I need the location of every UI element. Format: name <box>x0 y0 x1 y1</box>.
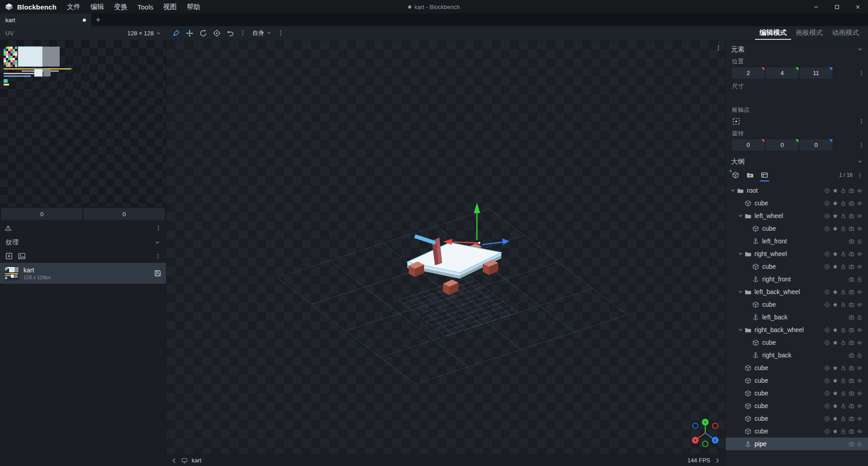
camera-icon[interactable] <box>849 340 854 346</box>
camera-icon[interactable] <box>849 403 854 409</box>
add-group-button[interactable] <box>745 170 755 180</box>
create-texture-icon[interactable] <box>18 252 26 260</box>
lock-icon[interactable] <box>840 264 846 270</box>
mode-tab-edit[interactable]: 编辑模式 <box>755 26 791 40</box>
import-texture-icon[interactable] <box>5 252 13 260</box>
viewport-menu-dots-icon[interactable] <box>715 45 722 51</box>
position-menu-dots-icon[interactable] <box>859 70 864 76</box>
camera-icon[interactable] <box>849 365 854 371</box>
chevron-down-icon[interactable] <box>730 188 736 193</box>
eye-icon[interactable] <box>857 264 863 270</box>
rotation-y-input[interactable]: 0 <box>766 139 798 151</box>
outliner-row-cube[interactable]: cube <box>726 336 868 349</box>
circle-x-icon[interactable] <box>824 200 830 206</box>
toolbar-menu-dots-icon[interactable] <box>240 30 246 36</box>
menu-edit[interactable]: 编辑 <box>85 0 109 14</box>
pivot-tool-button[interactable] <box>211 27 222 39</box>
outline-section-header[interactable]: 大纲 <box>726 154 868 169</box>
position-y-input[interactable]: 4 <box>766 67 798 79</box>
circle-x-icon[interactable] <box>824 390 830 396</box>
menu-view[interactable]: 视图 <box>158 0 182 14</box>
chevron-left-icon[interactable] <box>171 457 177 464</box>
star-icon[interactable] <box>832 340 838 346</box>
outliner-row-cube[interactable]: cube <box>726 399 868 412</box>
camera-icon[interactable] <box>849 378 854 384</box>
texture-item-kart[interactable]: kart 128 x 128px <box>0 263 166 284</box>
new-tab-button[interactable]: + <box>91 14 105 26</box>
uv-coord-x-input[interactable]: 0 <box>1 208 82 220</box>
eye-icon[interactable] <box>857 378 863 384</box>
star-icon[interactable] <box>832 390 838 396</box>
eye-icon[interactable] <box>857 226 863 232</box>
outliner-row-left_front[interactable]: left_front <box>726 235 868 247</box>
outliner-row-cube[interactable]: cube <box>726 361 868 374</box>
eye-icon[interactable] <box>857 302 863 308</box>
star-icon[interactable] <box>832 428 838 434</box>
camera-icon[interactable] <box>849 289 854 295</box>
rotate-tool-button[interactable] <box>197 27 209 39</box>
mode-tab-paint[interactable]: 画板模式 <box>791 26 827 40</box>
circle-x-icon[interactable] <box>824 378 830 384</box>
circle-x-icon[interactable] <box>824 188 830 194</box>
camera-icon[interactable] <box>849 441 854 447</box>
eye-icon[interactable] <box>857 416 863 422</box>
circle-x-icon[interactable] <box>824 226 830 232</box>
lock-icon[interactable] <box>840 200 846 206</box>
star-icon[interactable] <box>832 251 838 257</box>
circle-x-icon[interactable] <box>824 327 830 333</box>
camera-icon[interactable] <box>849 276 854 282</box>
outliner-row-cube[interactable]: cube <box>726 425 868 437</box>
chevron-down-icon[interactable] <box>738 289 743 295</box>
chevron-right-icon[interactable] <box>714 457 721 464</box>
camera-icon[interactable] <box>849 238 854 244</box>
tab-kart[interactable]: kart <box>0 14 91 26</box>
camera-icon[interactable] <box>849 188 854 194</box>
camera-view-icon[interactable] <box>181 457 188 464</box>
outliner-row-cube[interactable]: cube <box>726 412 868 425</box>
camera-icon[interactable] <box>849 200 854 206</box>
outliner-row-right_front[interactable]: right_front <box>726 273 868 285</box>
lock-icon[interactable] <box>840 289 846 295</box>
lock-icon[interactable] <box>840 428 846 434</box>
camera-icon[interactable] <box>849 314 854 320</box>
circle-x-icon[interactable] <box>824 302 830 308</box>
menu-transform[interactable]: 变换 <box>109 0 132 14</box>
position-x-input[interactable]: 2 <box>732 67 764 79</box>
save-texture-icon[interactable] <box>154 270 161 277</box>
camera-icon[interactable] <box>849 327 854 333</box>
sculpt-triangle-icon[interactable] <box>5 224 12 232</box>
lock-icon[interactable] <box>857 441 863 447</box>
rotation-x-input[interactable]: 0 <box>732 139 764 151</box>
star-icon[interactable] <box>832 302 838 308</box>
outliner-row-cube[interactable]: cube <box>726 222 868 235</box>
star-icon[interactable] <box>832 213 838 219</box>
camera-icon[interactable] <box>849 226 854 232</box>
position-z-input[interactable]: 11 <box>800 67 832 79</box>
circle-x-icon[interactable] <box>824 213 830 219</box>
camera-icon[interactable] <box>849 416 854 422</box>
vertex-snap-tool-button[interactable] <box>224 27 236 39</box>
outliner-row-pipe[interactable]: pipe <box>726 437 868 450</box>
star-icon[interactable] <box>832 403 838 409</box>
eye-icon[interactable] <box>857 365 863 371</box>
circle-x-icon[interactable] <box>824 403 830 409</box>
eye-icon[interactable] <box>857 327 863 333</box>
lock-icon[interactable] <box>840 213 846 219</box>
lock-icon[interactable] <box>840 378 846 384</box>
element-section-header[interactable]: 元素 <box>726 42 868 57</box>
eye-icon[interactable] <box>857 390 863 396</box>
lock-icon[interactable] <box>857 238 863 244</box>
chevron-down-icon[interactable] <box>738 213 743 219</box>
outliner-row-left_back[interactable]: left_back <box>726 311 868 323</box>
pivot-menu-dots-icon[interactable] <box>859 119 864 124</box>
eye-icon[interactable] <box>857 251 863 257</box>
lock-icon[interactable] <box>840 365 846 371</box>
menu-help[interactable]: 帮助 <box>182 0 205 14</box>
camera-icon[interactable] <box>849 302 854 308</box>
circle-x-icon[interactable] <box>824 251 830 257</box>
outliner-row-left_wheel[interactable]: left_wheel <box>726 209 868 222</box>
star-icon[interactable] <box>832 327 838 333</box>
eye-icon[interactable] <box>857 340 863 346</box>
star-icon[interactable] <box>832 365 838 371</box>
lock-icon[interactable] <box>840 390 846 396</box>
